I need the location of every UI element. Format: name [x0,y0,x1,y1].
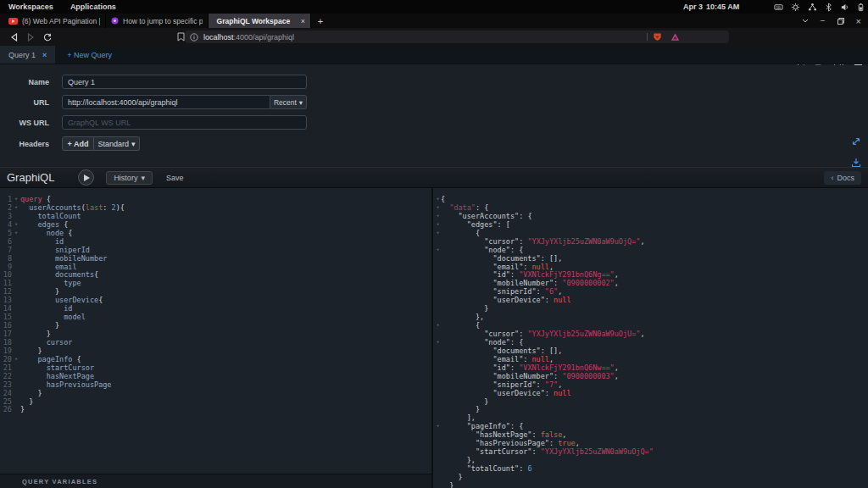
minimize-button[interactable]: − [821,16,826,25]
fold-marker-icon [12,322,20,330]
browser-toolbar: localhost:4000/api/graphiql [0,28,868,46]
fold-marker-icon[interactable]: ▾ [433,322,441,330]
fold-marker-icon [433,390,441,398]
code-line: 15 model [0,313,431,322]
fold-marker-icon [433,297,441,305]
code-line: } [433,406,868,414]
query-tab-close-icon[interactable]: × [42,51,47,59]
code-text: cursor [20,339,431,347]
recent-dropdown[interactable]: Recent▾ [270,95,307,109]
fold-marker-icon [433,305,441,313]
url-label: URL [0,98,49,107]
code-line: }, [433,313,868,322]
network-icon[interactable] [808,3,817,12]
code-text: } [441,474,868,482]
query-editor[interactable]: 1▾query {2▾ userAccounts(last: 2){3 tota… [0,188,431,488]
fold-marker-icon[interactable]: ▾ [433,423,441,431]
input-method-icon[interactable] [774,3,783,12]
execute-button[interactable] [78,169,94,186]
close-button[interactable]: × [856,16,861,26]
fold-marker-icon [433,347,441,356]
fold-marker-icon[interactable]: ▾ [12,196,20,204]
workspaces-menu[interactable]: Workspaces [0,3,62,11]
triangle-extension-icon[interactable] [670,32,680,42]
fold-marker-icon[interactable]: ▾ [433,213,441,221]
fold-marker-icon[interactable]: ▾ [433,247,441,255]
code-text: "startCursor": "YXJyYXljb25uZWN0aW9uOjQ=… [441,448,868,457]
fold-marker-icon [433,356,441,364]
code-text: } [20,330,431,339]
url-input[interactable] [62,95,270,109]
tab-close-icon[interactable]: × [298,17,305,25]
response-viewer[interactable]: ▾{▾ "data": {▾ "userAccounts": {▾ "edges… [433,188,868,488]
system-bar: Workspaces Applications Apr 310:45 AM [0,0,868,14]
back-icon[interactable] [5,33,22,42]
fold-marker-icon[interactable]: ▾ [433,196,441,204]
fold-marker-icon [433,255,441,263]
history-dropdown[interactable]: History▾ [106,171,153,185]
line-number: 8 [0,255,12,263]
forward-icon[interactable] [22,33,39,42]
code-text: hasPreviousPage [20,381,431,390]
query-variables-bar[interactable]: QUERY VARIABLES [0,474,431,488]
fold-marker-icon [12,238,20,247]
clock[interactable]: Apr 310:45 AM [683,0,739,14]
code-text: } [441,406,868,414]
code-text: userAccounts(last: 2){ [20,204,431,213]
reload-icon[interactable] [39,33,56,42]
code-line: "userDevice": null [433,390,868,398]
fold-marker-icon [433,364,441,373]
standard-headers-dropdown[interactable]: Standard▾ [94,136,140,151]
fold-marker-icon[interactable]: ▾ [12,230,20,238]
save-button[interactable]: Save [166,174,184,182]
new-tab-button[interactable]: + [311,14,330,28]
code-text: } [441,398,868,407]
shield-extension-icon[interactable] [653,32,662,42]
code-line: 11 type [0,280,431,288]
fold-marker-icon [12,280,20,288]
fold-marker-icon[interactable]: ▾ [433,230,441,238]
code-text: } [20,390,431,398]
fold-marker-icon[interactable]: ▾ [433,339,441,347]
new-query-button[interactable]: + New Query [55,46,124,64]
expand-icon[interactable] [851,136,861,147]
caret-down-icon: ▾ [299,98,303,107]
url-bar[interactable]: localhost:4000/api/graphiql [185,30,729,43]
name-label: Name [0,78,49,86]
fold-marker-icon[interactable]: ▾ [433,204,441,213]
code-line: "userDevice": null [433,297,868,305]
fold-marker-icon [433,448,441,457]
ws-url-input[interactable] [62,115,307,130]
tab-list-chevron-icon[interactable] [802,19,809,23]
fold-marker-icon[interactable]: ▾ [433,221,441,230]
fold-marker-icon [433,288,441,297]
purple-dot-icon [111,17,119,25]
fold-marker-icon[interactable]: ▾ [12,204,20,213]
url-host: localhost [203,33,234,42]
fold-marker-icon [433,474,441,482]
ws-url-label: WS URL [0,119,49,127]
fold-marker-icon[interactable]: ▾ [12,356,20,364]
applications-menu[interactable]: Applications [62,3,125,11]
name-input[interactable] [62,75,307,89]
browser-tab-graphiql-workspace[interactable]: GraphiQL Workspace × [209,14,311,28]
battery-icon[interactable] [857,3,865,12]
bluetooth-icon[interactable] [825,3,832,12]
gear-icon[interactable] [791,3,800,12]
restore-button[interactable] [837,18,844,25]
browser-tab-youtube[interactable]: (6) Web API Pagination | Offset-ba [3,14,106,28]
add-header-button[interactable]: + Add [62,136,94,151]
fold-marker-icon [433,465,441,474]
fold-marker-icon [12,406,20,414]
browser-tab-article[interactable]: How to jump to specific page with [106,14,209,28]
query-tab[interactable]: Query 1 × [0,46,55,64]
docs-button[interactable]: ‹Docs [824,171,861,185]
url-separator [647,33,648,41]
fold-marker-icon[interactable]: ▾ [12,221,20,230]
volume-icon[interactable] [840,3,849,12]
editor-area: 1▾query {2▾ userAccounts(last: 2){3 tota… [0,188,868,488]
fold-marker-icon [433,440,441,448]
code-text: } [20,406,431,414]
site-info-icon[interactable] [190,33,198,42]
headers-label: Headers [0,140,49,148]
